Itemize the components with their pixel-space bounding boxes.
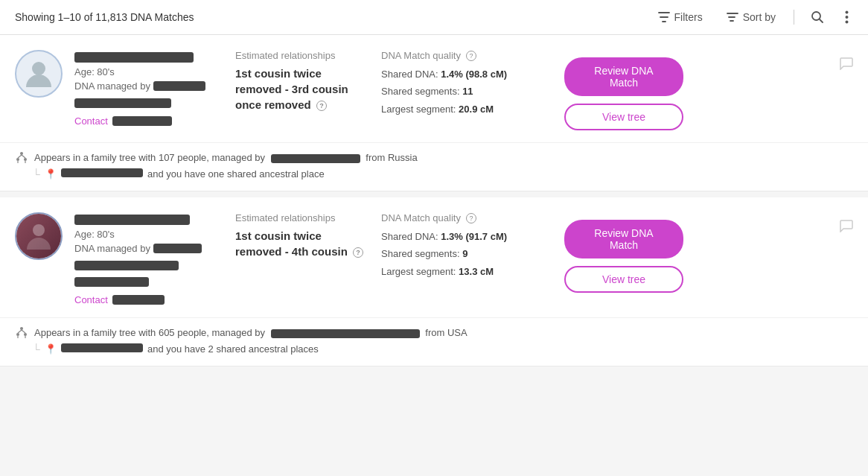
avatar-photo bbox=[16, 214, 61, 258]
estimated-relationships: Estimated relationships 1st cousin twice… bbox=[235, 50, 369, 112]
match-card-inner: Age: 80's DNA managed by Contact bbox=[0, 35, 868, 142]
shared-places-row: └ 📍 and you have one shared ancestral pl… bbox=[33, 168, 853, 180]
filter-icon bbox=[658, 12, 670, 22]
svg-point-7 bbox=[24, 158, 27, 161]
view-tree-button[interactable]: View tree bbox=[564, 104, 683, 130]
extra-blur bbox=[74, 98, 171, 108]
contact-line: Contact bbox=[74, 115, 223, 127]
family-tree-row: Appears in a family tree with 107 people… bbox=[15, 152, 853, 164]
svg-point-4 bbox=[32, 62, 45, 75]
match-age: Age: 80's bbox=[74, 66, 223, 77]
contact-line: Contact bbox=[74, 294, 223, 305]
manager-name-blur bbox=[153, 244, 202, 253]
svg-line-9 bbox=[22, 155, 25, 158]
extra-blur-2 bbox=[74, 277, 149, 287]
family-tree-icon bbox=[15, 152, 28, 164]
svg-point-1 bbox=[846, 11, 849, 14]
comment-icon[interactable] bbox=[840, 57, 853, 74]
manager-name-blur bbox=[153, 81, 205, 91]
svg-line-17 bbox=[22, 330, 25, 333]
estimated-label: Estimated relationships bbox=[235, 212, 369, 223]
search-icon bbox=[811, 10, 824, 24]
match-info: Age: 80's DNA managed by Contact bbox=[74, 50, 223, 127]
svg-point-5 bbox=[20, 152, 23, 155]
family-tree-text: Appears in a family tree with 107 people… bbox=[34, 152, 418, 163]
dna-help-icon[interactable]: ? bbox=[466, 51, 476, 61]
estimated-label: Estimated relationships bbox=[235, 50, 369, 61]
relationship-text: 1st cousin twice removed - 4th cousin ? bbox=[235, 228, 369, 259]
match-name-blur bbox=[74, 52, 194, 63]
relationship-text: 1st cousin twice removed - 3rd cousin on… bbox=[235, 66, 369, 112]
svg-line-16 bbox=[18, 330, 22, 333]
location-icon: 📍 bbox=[45, 168, 57, 180]
review-dna-match-button[interactable]: Review DNA Match bbox=[564, 220, 683, 258]
shared-dna: Shared DNA: 1.3% (91.7 cM) bbox=[381, 228, 545, 245]
place-blur bbox=[61, 168, 143, 177]
comment-icon[interactable] bbox=[840, 220, 853, 236]
match-main: Age: 80's DNA managed by Contact bbox=[15, 212, 819, 305]
svg-point-14 bbox=[16, 333, 19, 336]
contact-name-blur bbox=[112, 295, 165, 305]
contact-name-blur bbox=[112, 116, 172, 126]
svg-point-15 bbox=[24, 333, 27, 336]
person-placeholder-icon bbox=[25, 59, 52, 89]
match-card: Age: 80's DNA managed by Contact bbox=[0, 197, 868, 366]
help-icon[interactable]: ? bbox=[316, 101, 327, 111]
svg-line-8 bbox=[18, 155, 22, 158]
tree-indent-line: └ bbox=[33, 168, 40, 180]
managed-by: DNA managed by bbox=[74, 80, 223, 92]
family-tree-text: Appears in a family tree with 605 people… bbox=[34, 327, 467, 338]
family-tree-icon bbox=[15, 327, 28, 339]
estimated-relationships: Estimated relationships 1st cousin twice… bbox=[235, 212, 369, 259]
dna-quality-label: DNA Match quality ? bbox=[381, 50, 545, 61]
dna-quality-label: DNA Match quality ? bbox=[381, 212, 545, 223]
avatar[interactable] bbox=[15, 50, 63, 98]
more-options-button[interactable] bbox=[840, 7, 853, 27]
svg-point-3 bbox=[846, 21, 849, 24]
shared-segments: Shared segments: 9 bbox=[381, 245, 545, 262]
comment-area bbox=[831, 212, 853, 236]
comment-area bbox=[831, 50, 853, 74]
match-info: Age: 80's DNA managed by Contact bbox=[74, 212, 223, 305]
matches-list: Age: 80's DNA managed by Contact bbox=[0, 35, 868, 366]
match-card: Age: 80's DNA managed by Contact bbox=[0, 35, 868, 191]
place-blur bbox=[61, 343, 143, 352]
match-footer: Appears in a family tree with 107 people… bbox=[0, 142, 868, 191]
top-bar-actions: Filters Sort by bbox=[652, 7, 853, 27]
manager-blur bbox=[271, 154, 360, 163]
largest-segment: Largest segment: 13.3 cM bbox=[381, 263, 545, 280]
filters-button[interactable]: Filters bbox=[652, 8, 709, 26]
dna-quality: DNA Match quality ? Shared DNA: 1.4% (98… bbox=[381, 50, 545, 118]
family-tree-row: Appears in a family tree with 605 people… bbox=[15, 327, 853, 339]
sort-by-button[interactable]: Sort by bbox=[721, 8, 782, 26]
top-bar: Showing 1–10 of 11,813 DNA Matches Filte… bbox=[0, 0, 868, 35]
help-icon[interactable]: ? bbox=[353, 247, 363, 258]
divider bbox=[794, 10, 794, 25]
match-age: Age: 80's bbox=[74, 229, 223, 240]
showing-count: Showing 1–10 of 11,813 DNA Matches bbox=[15, 11, 194, 23]
review-dna-match-button[interactable]: Review DNA Match bbox=[564, 57, 683, 96]
sort-icon bbox=[727, 12, 738, 22]
more-icon bbox=[845, 10, 849, 24]
match-card-inner: Age: 80's DNA managed by Contact bbox=[0, 197, 868, 317]
svg-point-2 bbox=[846, 16, 849, 19]
dna-help-icon[interactable]: ? bbox=[466, 213, 476, 223]
shared-places-row: └ 📍 and you have 2 shared ancestral plac… bbox=[33, 343, 853, 355]
shared-segments: Shared segments: 11 bbox=[381, 83, 545, 100]
match-footer: Appears in a family tree with 605 people… bbox=[0, 317, 868, 366]
avatar[interactable] bbox=[15, 212, 63, 260]
search-button[interactable] bbox=[806, 7, 829, 27]
contact-link[interactable]: Contact bbox=[74, 115, 108, 127]
shared-dna: Shared DNA: 1.4% (98.8 cM) bbox=[381, 66, 545, 83]
match-main: Age: 80's DNA managed by Contact bbox=[15, 50, 819, 130]
view-tree-button[interactable]: View tree bbox=[564, 266, 683, 293]
location-icon: 📍 bbox=[45, 343, 57, 355]
match-actions: Review DNA Match View tree bbox=[557, 212, 691, 293]
tree-indent-line: └ bbox=[33, 343, 40, 355]
dna-quality: DNA Match quality ? Shared DNA: 1.3% (91… bbox=[381, 212, 545, 280]
largest-segment: Largest segment: 20.9 cM bbox=[381, 101, 545, 118]
svg-point-6 bbox=[16, 158, 19, 161]
match-name-blur bbox=[74, 215, 190, 225]
contact-link[interactable]: Contact bbox=[74, 294, 108, 305]
extra-blur bbox=[74, 261, 179, 270]
